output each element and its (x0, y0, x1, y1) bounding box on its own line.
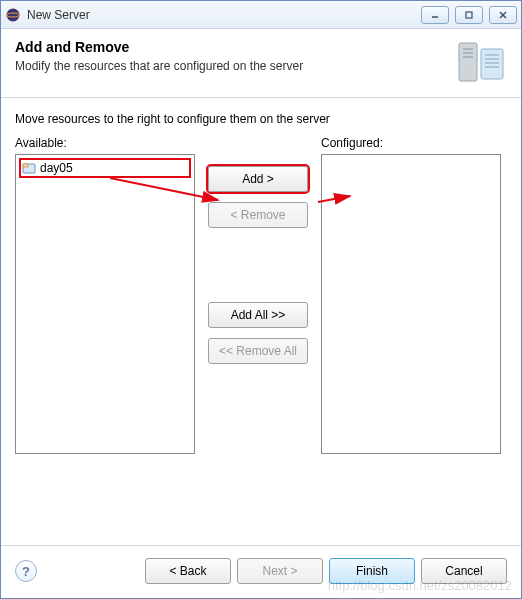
next-button: Next > (237, 558, 323, 584)
configured-column: Configured: (321, 136, 501, 537)
available-listbox[interactable]: day05 (15, 154, 195, 454)
available-label: Available: (15, 136, 195, 150)
help-button[interactable]: ? (15, 560, 37, 582)
transfer-buttons: Add > < Remove Add All >> << Remove All (203, 136, 313, 537)
back-button[interactable]: < Back (145, 558, 231, 584)
instruction-text: Move resources to the right to configure… (15, 112, 507, 126)
configured-label: Configured: (321, 136, 501, 150)
maximize-button[interactable] (455, 6, 483, 24)
dialog-footer: ? < Back Next > Finish Cancel (1, 545, 521, 598)
window-title: New Server (27, 8, 90, 22)
svg-rect-16 (23, 164, 28, 167)
svg-rect-3 (466, 12, 472, 18)
server-config-icon (455, 39, 507, 85)
cancel-button[interactable]: Cancel (421, 558, 507, 584)
configured-listbox[interactable] (321, 154, 501, 454)
dialog-content: Move resources to the right to configure… (1, 98, 521, 545)
project-icon (22, 161, 36, 175)
finish-button[interactable]: Finish (329, 558, 415, 584)
svg-rect-10 (481, 49, 503, 79)
eclipse-icon (5, 7, 21, 23)
dialog-subtitle: Modify the resources that are configured… (15, 59, 303, 73)
remove-button: < Remove (208, 202, 308, 228)
close-button[interactable] (489, 6, 517, 24)
minimize-button[interactable] (421, 6, 449, 24)
add-all-button[interactable]: Add All >> (208, 302, 308, 328)
dialog-title: Add and Remove (15, 39, 303, 55)
new-server-dialog: New Server Add and Remove Modify the res… (0, 0, 522, 599)
list-item-label: day05 (40, 161, 73, 175)
svg-point-0 (7, 8, 20, 21)
titlebar[interactable]: New Server (1, 1, 521, 29)
dialog-header: Add and Remove Modify the resources that… (1, 29, 521, 98)
available-column: Available: day05 (15, 136, 195, 537)
add-button[interactable]: Add > (208, 166, 308, 192)
list-item[interactable]: day05 (20, 159, 190, 177)
window-controls (421, 6, 517, 24)
remove-all-button: << Remove All (208, 338, 308, 364)
